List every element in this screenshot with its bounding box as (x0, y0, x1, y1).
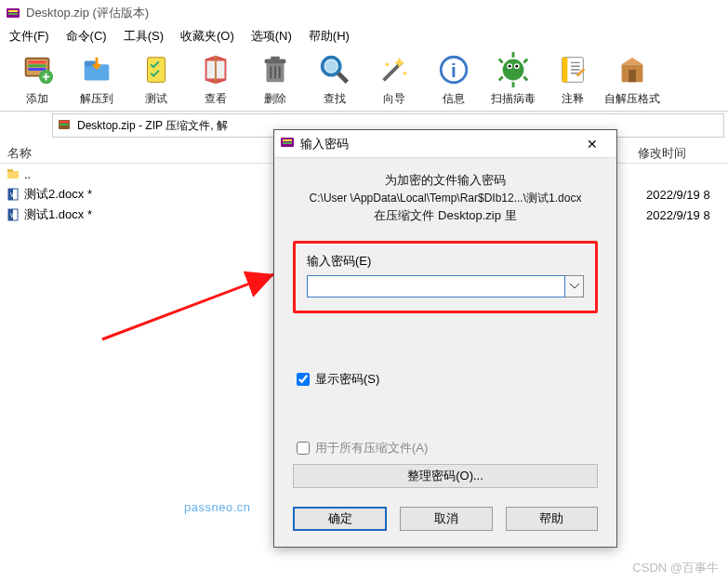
info-icon: i (435, 51, 472, 88)
toolbar: 添加 解压到 测试 查看 删除 查找 向导 i信息 扫描病毒 注释 自解压格式 (0, 46, 728, 112)
tool-extract[interactable]: 解压到 (67, 49, 126, 109)
svg-rect-11 (148, 57, 165, 82)
organize-password-button[interactable]: 整理密码(O)... (293, 464, 598, 488)
dropdown-toggle[interactable] (565, 275, 584, 298)
wizard-icon (376, 51, 413, 88)
svg-rect-5 (29, 60, 46, 63)
watermark-csdn: CSDN @百事牛 (632, 560, 719, 576)
test-icon (138, 51, 175, 88)
tool-test[interactable]: 测试 (126, 49, 186, 109)
dialog-title: 输入密码 (300, 136, 349, 152)
password-input-group: 输入密码(E) (293, 241, 598, 313)
menu-file[interactable]: 文件(F) (6, 26, 53, 46)
menu-command[interactable]: 命令(C) (62, 26, 111, 46)
svg-rect-14 (217, 60, 225, 78)
svg-point-21 (404, 71, 407, 74)
tool-wizard[interactable]: 向导 (364, 49, 424, 109)
breadcrumb-text: Desktop.zip - ZIP 压缩文件, 解 (77, 118, 228, 134)
svg-line-45 (102, 274, 274, 339)
menu-options[interactable]: 选项(N) (247, 26, 296, 46)
svg-text:W: W (10, 192, 17, 198)
delete-icon (257, 51, 294, 88)
tool-sfx[interactable]: 自解压格式 (602, 49, 662, 109)
svg-point-29 (515, 64, 518, 67)
window-title: Desktop.zip (评估版本) (26, 5, 149, 21)
tool-add[interactable]: 添加 (7, 49, 67, 109)
virus-icon (495, 51, 532, 88)
menu-fav[interactable]: 收藏夹(O) (177, 26, 238, 46)
find-icon (316, 51, 353, 88)
watermark-passneo: passneo.cn (184, 500, 251, 514)
use-for-all-checkbox[interactable] (297, 442, 310, 455)
chevron-down-icon (570, 284, 579, 289)
use-for-all-checkbox-row[interactable]: 用于所有压缩文件(A) (297, 440, 594, 456)
svg-rect-47 (283, 139, 292, 141)
svg-rect-31 (563, 57, 568, 82)
dialog-message: 为加密的文件输入密码 C:\User \AppData\Local\Temp\R… (293, 171, 598, 224)
svg-rect-35 (60, 121, 69, 123)
tool-view[interactable]: 查看 (186, 49, 245, 109)
col-date[interactable]: 修改时间 (630, 141, 723, 163)
comment-icon (554, 51, 591, 88)
sfx-icon (614, 51, 651, 88)
view-icon (197, 51, 234, 88)
svg-rect-2 (8, 13, 18, 15)
password-dialog: 输入密码 ✕ 为加密的文件输入密码 C:\User \AppData\Local… (273, 129, 617, 548)
svg-text:i: i (451, 59, 457, 80)
password-input[interactable] (307, 275, 565, 298)
folder-icon (6, 166, 20, 181)
svg-point-25 (503, 59, 524, 80)
svg-rect-38 (7, 169, 13, 172)
svg-point-28 (509, 64, 511, 67)
svg-rect-1 (8, 10, 18, 12)
menu-help[interactable]: 帮助(H) (305, 26, 353, 46)
help-button[interactable]: 帮助 (506, 507, 598, 531)
winrar-icon (6, 6, 20, 20)
svg-rect-13 (207, 60, 216, 78)
cancel-button[interactable]: 取消 (400, 507, 492, 531)
dialog-titlebar: 输入密码 ✕ (274, 130, 616, 158)
titlebar: Desktop.zip (评估版本) (0, 0, 728, 26)
password-label: 输入密码(E) (307, 254, 371, 268)
annotation-arrow (93, 265, 288, 349)
svg-rect-36 (60, 124, 69, 126)
extract-icon (78, 51, 115, 88)
svg-rect-33 (629, 70, 636, 82)
tool-find[interactable]: 查找 (305, 49, 364, 109)
show-password-checkbox-row[interactable]: 显示密码(S) (297, 371, 594, 388)
docx-icon: W (6, 207, 20, 222)
menubar: 文件(F) 命令(C) 工具(S) 收藏夹(O) 选项(N) 帮助(H) (0, 26, 728, 46)
tool-comment[interactable]: 注释 (543, 49, 602, 109)
svg-text:W: W (10, 212, 17, 218)
docx-icon: W (6, 187, 20, 202)
svg-rect-48 (283, 142, 292, 144)
menu-tools[interactable]: 工具(S) (120, 26, 167, 46)
svg-rect-37 (7, 171, 19, 179)
winrar-icon (280, 135, 295, 152)
archive-icon (57, 117, 72, 135)
tool-info[interactable]: i信息 (424, 49, 483, 109)
ok-button[interactable]: 确定 (293, 507, 387, 531)
svg-rect-17 (271, 56, 280, 60)
tool-virus[interactable]: 扫描病毒 (483, 49, 543, 109)
add-icon (19, 51, 56, 88)
show-password-checkbox[interactable] (297, 373, 310, 386)
svg-point-19 (325, 60, 338, 72)
svg-rect-7 (29, 68, 46, 71)
close-icon[interactable]: ✕ (574, 137, 611, 152)
tool-delete[interactable]: 删除 (245, 49, 305, 109)
svg-rect-6 (29, 64, 46, 67)
svg-point-20 (386, 62, 390, 66)
